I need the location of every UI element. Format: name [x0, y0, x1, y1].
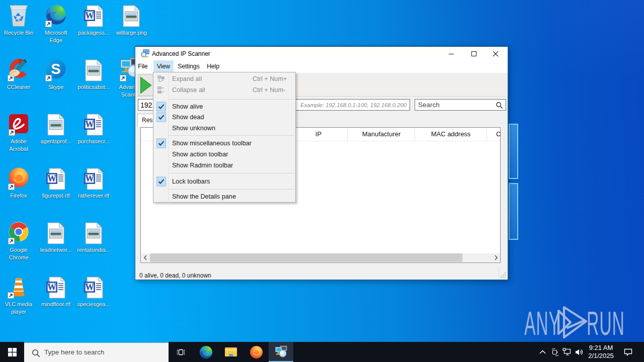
svg-text:W: W	[85, 119, 94, 129]
svg-text:W: W	[85, 11, 94, 21]
svg-text:S: S	[51, 61, 60, 77]
svg-text:W: W	[47, 173, 56, 184]
svg-text:W: W	[47, 282, 56, 292]
svg-text:W: W	[85, 282, 94, 292]
svg-text:W: W	[85, 173, 94, 184]
